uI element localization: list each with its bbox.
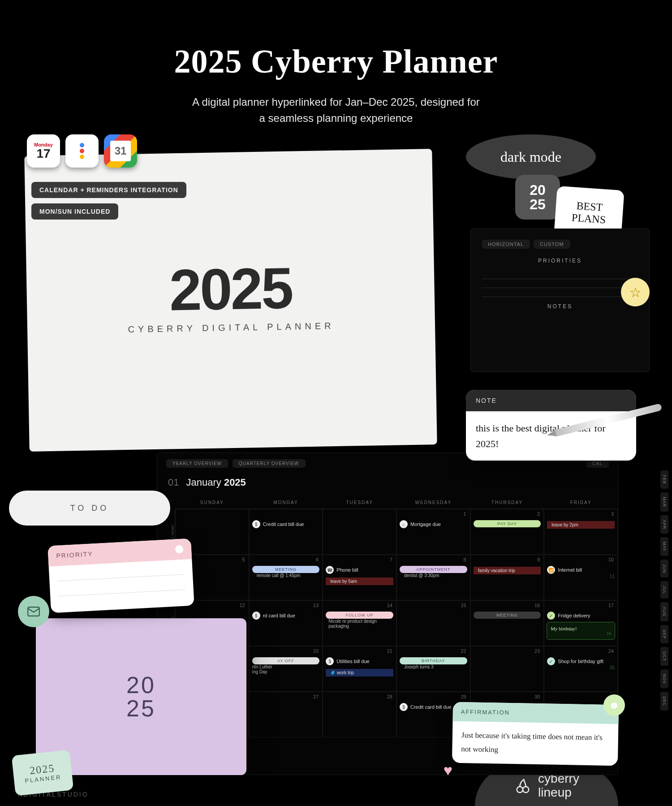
month-tab[interactable]: FEB: [660, 470, 668, 489]
bar-leave2pm: leave by 2pm: [547, 521, 615, 529]
cal-cell[interactable]: 16MEETING: [470, 600, 544, 646]
bar-vacation: family vacation trip: [474, 567, 541, 574]
day-num: 18: [551, 631, 611, 636]
month-tab[interactable]: MAR: [660, 492, 668, 512]
day-num: 10: [608, 557, 614, 562]
day-num: 28: [387, 694, 392, 699]
cal-cell[interactable]: 3leave by 2pm: [544, 509, 618, 555]
day-num: 15: [461, 603, 466, 608]
day-num: 7: [390, 557, 392, 562]
event-label: remote call @ 1:45pm: [257, 573, 320, 578]
phone-icon: ☎: [326, 566, 334, 574]
cal-cell[interactable]: [323, 509, 396, 555]
delivery-icon: ✓: [547, 612, 555, 620]
cal-cell[interactable]: 10📶Internet bill11: [544, 555, 618, 600]
day-num: 30: [534, 694, 540, 699]
priorities-heading: PRIORITIES: [482, 258, 638, 264]
dark-mode-bubble: dark mode: [466, 134, 596, 179]
cal-cell[interactable]: 13$rd card bill due: [249, 600, 323, 646]
event-label: Shop for birthday gift: [558, 659, 603, 664]
pill-meeting: MEETING: [252, 566, 320, 573]
event-label: Fridge delivery: [558, 613, 590, 618]
money-icon: $: [400, 703, 408, 711]
month-tab[interactable]: APR: [660, 515, 668, 534]
note-head: NOTE: [466, 390, 636, 411]
event-label: work trip: [337, 670, 354, 675]
month-tab[interactable]: OCT: [660, 647, 668, 666]
cal-cell[interactable]: $Credit card bill due: [249, 509, 323, 555]
badge-monsun: MON/SUN INCLUDED: [31, 203, 118, 220]
pill-meeting2: MEETING: [474, 612, 541, 619]
cal-cell[interactable]: 6MEETINGremote call @ 1:45pm: [249, 555, 323, 600]
event-label: Internet bill: [558, 567, 582, 573]
cal-cell[interactable]: 1⌂Mortgage due: [396, 509, 470, 555]
cal-cell[interactable]: 21$Utilities bill due🧳 work trip: [323, 646, 396, 692]
event-label: Joseph turns 3: [404, 664, 467, 669]
badge-integration: CALENDAR + REMINDERS INTEGRATION: [31, 182, 186, 198]
cal-cell[interactable]: 14FOLLOW UPNicole re product design pack…: [323, 600, 396, 646]
cal-cell[interactable]: 7☎Phone billleave by 5am: [323, 555, 396, 600]
day-num: 11: [547, 574, 615, 579]
cover-year: 2025: [26, 252, 435, 326]
cal-cell[interactable]: 15: [396, 600, 470, 646]
home-icon: ⌂: [400, 520, 408, 528]
svg-point-2: [523, 787, 529, 793]
month-tab[interactable]: JUL: [660, 581, 668, 599]
priority-sticky: PRIORITY: [47, 539, 194, 613]
cal-cell[interactable]: 27: [249, 692, 323, 737]
cal-cell[interactable]: 22BIRTHDAYJoseph turns 3: [396, 646, 470, 692]
day-num: 14: [387, 603, 392, 608]
heart-icon: ♥: [444, 762, 452, 779]
year-square-sticker: 20 25: [515, 175, 560, 220]
cal-day: 17: [36, 147, 50, 160]
month-tab[interactable]: AUG: [660, 602, 668, 621]
month-tab[interactable]: SEP: [660, 625, 668, 643]
pill-appointment: APPOINTMENT: [400, 566, 467, 573]
month-tab[interactable]: MAY: [660, 537, 668, 556]
cal-cell[interactable]: 8APPOINTMENTdentist @ 3:30pm: [396, 555, 470, 600]
month-tab[interactable]: DEC: [660, 692, 668, 711]
month-tab[interactable]: NOV: [660, 669, 668, 689]
note-card: NOTE this is the best digital planner fo…: [466, 390, 636, 461]
dow-sun: SUNDAY: [175, 496, 249, 509]
lineup-label: cyberry lineup: [538, 772, 579, 800]
day-num: 24: [608, 648, 614, 654]
month-name: January: [186, 477, 221, 488]
cal-cell[interactable]: 24✓Shop for birthday gift25: [544, 646, 618, 692]
cal-cell[interactable]: 17✓Fridge deliveryMy birthday!18: [544, 600, 618, 646]
money-icon: $: [252, 520, 260, 528]
day-num: 27: [313, 694, 319, 699]
money-icon: $: [252, 612, 260, 620]
tab-quarterly[interactable]: QUARTERLY OVERVIEW: [233, 459, 306, 468]
cal-cell[interactable]: 23: [470, 646, 544, 692]
tab-yearly[interactable]: YEARLY OVERVIEW: [166, 459, 228, 468]
day-num: 5: [242, 557, 245, 562]
event-label: rd card bill due: [263, 613, 295, 618]
cal-cell[interactable]: 20AY OFFrtin Luther ing Day: [249, 646, 323, 692]
day-num: 16: [534, 603, 540, 608]
event-label: Credit card bill due: [410, 704, 452, 710]
tab-horizontal[interactable]: HORIZONTAL: [482, 240, 530, 249]
day-num: 13: [313, 603, 319, 608]
dow-fri: FRIDAY: [544, 496, 618, 509]
smiley-icon: ☻: [603, 694, 625, 716]
day-num: 17: [608, 603, 614, 608]
cal-cell[interactable]: 9family vacation trip: [470, 555, 544, 600]
day-num: 21: [387, 648, 392, 654]
day-num: 2: [537, 511, 540, 517]
month-number: 01: [168, 477, 179, 488]
day-num: 22: [461, 648, 466, 654]
month-tab[interactable]: JUN: [660, 560, 668, 578]
star-icon: ☆: [621, 278, 650, 306]
tab-custom[interactable]: CUSTOM: [534, 240, 570, 249]
dow-thu: THURSDAY: [470, 496, 544, 509]
cal-cell[interactable]: 28: [323, 692, 396, 737]
cal-cell[interactable]: 2PAY DAY: [470, 509, 544, 555]
pill-dayoff: AY OFF: [252, 657, 320, 664]
page-title: 2025 Cyberry Planner: [0, 43, 672, 81]
event-label: Nicole re product design packaging: [328, 619, 393, 629]
day-num: 3: [611, 511, 614, 517]
event-label: dentist @ 3:30pm: [404, 573, 467, 578]
todo-pill: TO DO: [9, 491, 170, 526]
bar-worktrip: 🧳 work trip: [326, 669, 393, 677]
